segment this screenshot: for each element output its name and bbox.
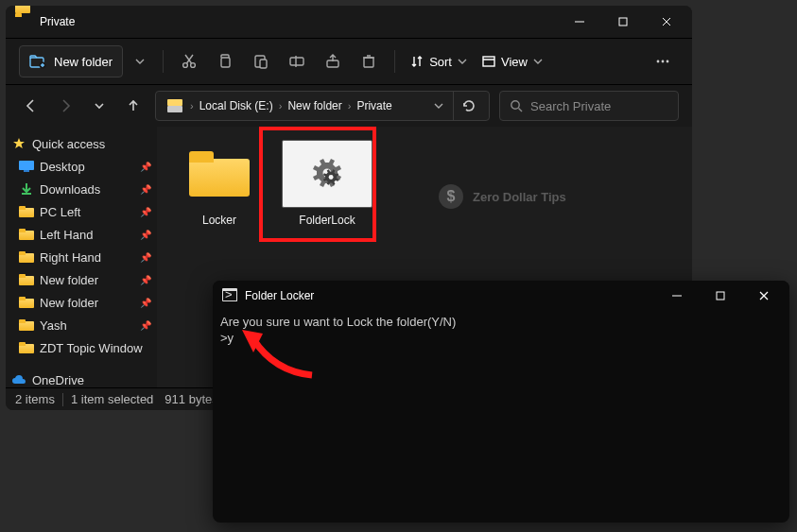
svg-rect-39 — [717, 292, 724, 300]
cmd-output[interactable]: Are you sure u want to Lock the folder(Y… — [213, 311, 789, 523]
chevron-down-icon — [458, 57, 467, 66]
delete-button[interactable] — [353, 45, 385, 77]
pin-icon: 📌 — [140, 275, 151, 285]
sidebar-quick-access[interactable]: Quick access — [6, 132, 157, 155]
breadcrumb-seg[interactable]: Local Disk (E:) — [196, 99, 277, 112]
svg-rect-26 — [167, 106, 182, 112]
svg-rect-18 — [364, 58, 373, 67]
window-icon — [15, 13, 32, 30]
chevron-down-icon — [533, 57, 543, 66]
svg-point-23 — [657, 60, 660, 63]
folder-icon — [19, 340, 34, 355]
crumb-history-button[interactable] — [426, 94, 451, 118]
new-folder-icon — [29, 54, 46, 69]
breadcrumb-seg[interactable]: Private — [353, 99, 395, 112]
view-icon — [482, 55, 495, 68]
cloud-icon — [11, 372, 26, 387]
cut-button[interactable] — [173, 45, 205, 77]
maximize-button[interactable] — [601, 7, 645, 37]
svg-point-34 — [329, 175, 334, 180]
file-item-locker[interactable]: Locker — [174, 140, 265, 227]
status-selection: 1 item selected — [71, 392, 153, 406]
address-bar-row: › Local Disk (E:) › New folder › Private… — [6, 85, 692, 127]
svg-rect-15 — [290, 58, 303, 65]
window-title: Private — [40, 15, 75, 28]
download-icon — [19, 181, 34, 197]
svg-rect-30 — [19, 161, 34, 170]
svg-text:>_: >_ — [225, 288, 237, 301]
cmd-title: Folder Locker — [245, 289, 314, 302]
svg-rect-21 — [483, 57, 494, 66]
sidebar: Quick access Desktop 📌 Downloads 📌 PC Le… — [6, 127, 157, 387]
svg-line-29 — [519, 109, 523, 112]
svg-point-8 — [183, 63, 188, 68]
rename-button[interactable] — [281, 45, 313, 77]
file-item-folderlock[interactable]: FolderLock — [282, 140, 373, 227]
new-folder-button[interactable]: New folder — [19, 45, 123, 77]
folder-icon — [19, 204, 34, 219]
svg-rect-12 — [221, 58, 230, 67]
folder-icon — [19, 317, 34, 333]
search-input[interactable]: Search Private — [499, 91, 679, 121]
sidebar-item[interactable]: Yash 📌 — [6, 314, 157, 336]
svg-rect-1 — [619, 18, 627, 26]
svg-rect-31 — [24, 170, 29, 172]
desktop-icon — [19, 159, 34, 174]
svg-point-25 — [667, 60, 669, 63]
sort-button[interactable]: Sort — [405, 55, 473, 69]
cmd-close-button[interactable] — [742, 281, 786, 311]
cmd-titlebar: >_ Folder Locker — [213, 281, 789, 311]
minimize-button[interactable] — [558, 7, 601, 37]
breadcrumb[interactable]: › Local Disk (E:) › New folder › Private — [155, 91, 490, 121]
sidebar-item[interactable]: Left Hand 📌 — [6, 223, 157, 246]
status-size: 911 bytes — [165, 392, 217, 406]
svg-rect-14 — [260, 60, 267, 68]
copy-button[interactable] — [209, 45, 241, 77]
svg-point-9 — [191, 63, 196, 68]
sort-icon — [410, 55, 424, 68]
cmd-minimize-button[interactable] — [655, 281, 699, 311]
more-button[interactable] — [647, 45, 679, 77]
status-items-count: 2 items — [15, 392, 55, 406]
batch-file-icon — [282, 140, 373, 208]
svg-rect-17 — [327, 60, 338, 67]
sidebar-item-desktop[interactable]: Desktop 📌 — [6, 155, 157, 178]
sidebar-item[interactable]: PC Left 📌 — [6, 200, 157, 223]
sidebar-item[interactable]: New folder 📌 — [6, 268, 157, 291]
nav-forward-button[interactable] — [53, 94, 78, 118]
sidebar-onedrive[interactable]: OneDrive — [6, 369, 157, 387]
pin-icon: 📌 — [140, 207, 151, 217]
pin-icon: 📌 — [140, 162, 151, 172]
share-button[interactable] — [317, 45, 349, 77]
terminal-icon: >_ — [222, 288, 237, 303]
nav-recent-button[interactable] — [87, 94, 112, 118]
new-folder-label: New folder — [54, 55, 113, 69]
search-placeholder: Search Private — [530, 99, 611, 113]
folder-icon — [174, 140, 265, 208]
nav-up-button[interactable] — [121, 94, 146, 118]
nav-back-button[interactable] — [19, 94, 43, 118]
svg-rect-27 — [167, 99, 182, 106]
star-icon — [11, 136, 26, 151]
folder-icon — [19, 249, 34, 265]
svg-point-28 — [511, 101, 519, 109]
close-button[interactable] — [645, 7, 688, 37]
sidebar-item[interactable]: New folder 📌 — [6, 291, 157, 314]
cmd-maximize-button[interactable] — [699, 281, 742, 311]
pin-icon: 📌 — [140, 298, 151, 308]
new-dropdown[interactable] — [127, 45, 153, 77]
drive-icon — [165, 96, 184, 115]
paste-button[interactable] — [245, 45, 277, 77]
folder-icon — [19, 295, 34, 310]
refresh-button[interactable] — [453, 91, 483, 121]
svg-point-33 — [323, 169, 332, 178]
pin-icon: 📌 — [140, 184, 151, 195]
sidebar-item[interactable]: ZDT Topic Window — [6, 336, 157, 359]
sidebar-item-downloads[interactable]: Downloads 📌 — [6, 178, 157, 200]
search-icon — [510, 99, 523, 112]
sidebar-item[interactable]: Right Hand 📌 — [6, 246, 157, 268]
pin-icon: 📌 — [140, 320, 151, 331]
view-button[interactable]: View — [476, 55, 548, 69]
breadcrumb-seg[interactable]: New folder — [284, 99, 345, 112]
svg-point-24 — [662, 60, 665, 63]
